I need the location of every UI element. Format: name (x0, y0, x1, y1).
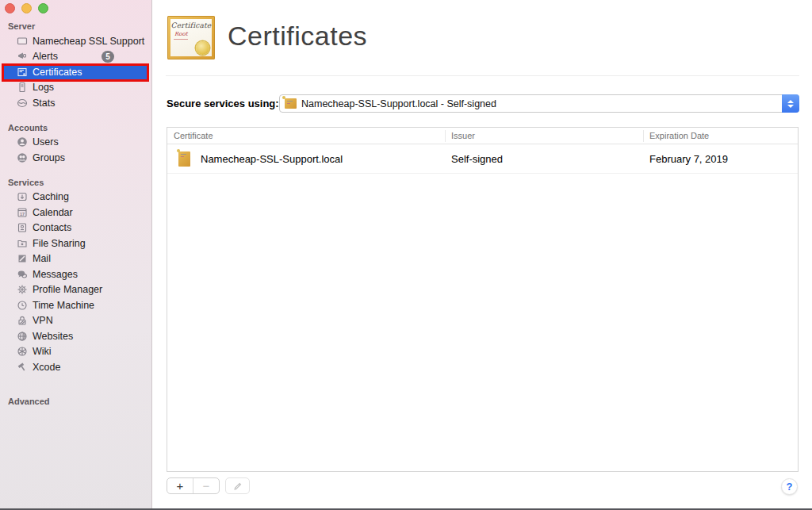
folder-icon (16, 238, 28, 249)
add-remove-segmented-control: + − (167, 477, 220, 494)
sidebar-item-label: Certificates (33, 67, 82, 78)
sidebar-item-vpn[interactable]: VPN (0, 313, 151, 329)
help-button[interactable]: ? (781, 478, 798, 495)
column-header-certificate[interactable]: Certificate (167, 131, 445, 140)
sidebar: Server Namecheap SSL Support Alerts 5 Ce… (0, 0, 152, 510)
zoom-button[interactable] (38, 3, 48, 13)
clock-icon (16, 300, 28, 311)
certificate-icon: Certificate Root (167, 16, 215, 59)
sidebar-item-caching[interactable]: Caching (0, 190, 151, 205)
sidebar-item-label: Caching (33, 191, 69, 202)
hammer-icon (16, 362, 28, 373)
column-header-expiration[interactable]: Expiration Date (643, 131, 798, 140)
cell-expiration-date: February 7, 2019 (643, 153, 798, 165)
contact-card-icon (16, 222, 28, 233)
lock-icon (16, 315, 28, 326)
sidebar-item-certificates[interactable]: Certificates (4, 66, 147, 79)
column-header-issuer[interactable]: Issuer (445, 131, 643, 140)
sidebar-item-profile-manager[interactable]: Profile Manager (0, 282, 151, 298)
sidebar-item-label: Messages (33, 269, 78, 280)
minimize-button[interactable] (21, 3, 32, 13)
main-content: Certificate Root Certificates Secure ser… (152, 0, 812, 510)
header-divider (166, 75, 799, 76)
megaphone-icon (16, 51, 28, 62)
certificate-icon-root-word: Root (174, 31, 212, 37)
server-app-window: Server Namecheap SSL Support Alerts 5 Ce… (0, 0, 812, 510)
chat-bubbles-icon (16, 269, 28, 280)
sidebar-item-label: Stats (33, 98, 56, 109)
cell-issuer: Self-signed (445, 153, 643, 165)
sidebar-item-stats[interactable]: Stats (0, 95, 151, 111)
sidebar-item-calendar[interactable]: 17 Calendar (0, 205, 151, 220)
sidebar-item-file-sharing[interactable]: File Sharing (0, 236, 151, 251)
sidebar-item-contacts[interactable]: Contacts (0, 220, 151, 236)
certificate-icon-word: Certificate (170, 21, 212, 29)
sidebar-item-label: Alerts (33, 51, 58, 62)
sidebar-item-label: Websites (33, 331, 73, 342)
sidebar-section-services: Services (0, 175, 151, 190)
sidebar-item-label: Groups (33, 152, 65, 163)
group-icon (16, 152, 28, 163)
sidebar-item-label: Namecheap SSL Support (33, 36, 144, 47)
sidebar-item-label: Profile Manager (33, 284, 102, 295)
cell-certificate-name: Namecheap-SSL-Support.local (201, 153, 343, 165)
page-title: Certificates (228, 21, 367, 52)
sidebar-section-advanced: Advanced (0, 394, 151, 408)
sidebar-item-groups[interactable]: Groups (0, 150, 151, 166)
window-controls (5, 3, 48, 13)
calendar-icon: 17 (16, 207, 28, 218)
sidebar-item-label: Mail (33, 253, 51, 264)
stamp-icon (16, 253, 28, 264)
sidebar-item-messages[interactable]: Messages (0, 267, 151, 282)
download-icon (16, 191, 28, 202)
logs-icon (16, 82, 28, 93)
sidebar-item-alerts[interactable]: Alerts 5 (0, 49, 151, 65)
popup-selected-value: Namecheap-SSL-Support.local - Self-signe… (301, 98, 496, 109)
sidebar-item-label: Users (33, 136, 59, 148)
remove-button[interactable]: − (193, 478, 219, 493)
sidebar-item-label: File Sharing (33, 238, 86, 249)
sidebar-item-users[interactable]: Users (0, 135, 151, 151)
sidebar-item-label: Calendar (33, 207, 73, 218)
globe-icon (16, 331, 28, 342)
sidebar-item-label: Time Machine (33, 300, 94, 311)
sidebar-item-logs[interactable]: Logs (0, 80, 151, 96)
sidebar-item-namecheap-ssl-support[interactable]: Namecheap SSL Support (0, 33, 151, 49)
certificate-doc-icon (16, 67, 28, 78)
pinwheel-icon (16, 346, 28, 357)
add-button[interactable]: + (167, 478, 193, 493)
stats-icon (16, 98, 28, 109)
svg-text:17: 17 (19, 211, 24, 216)
close-button[interactable] (5, 3, 15, 13)
user-icon (16, 136, 28, 148)
sidebar-item-time-machine[interactable]: Time Machine (0, 297, 151, 313)
sidebar-item-label: Contacts (33, 222, 71, 233)
pencil-icon (233, 481, 243, 491)
edit-button[interactable] (225, 477, 250, 494)
gear-icon (16, 284, 28, 295)
alerts-count-badge: 5 (102, 51, 114, 63)
sidebar-section-accounts: Accounts (0, 121, 151, 135)
sidebar-item-wiki[interactable]: Wiki (0, 344, 151, 360)
sidebar-item-websites[interactable]: Websites (0, 328, 151, 344)
secure-services-popup[interactable]: Namecheap-SSL-Support.local - Self-signe… (279, 94, 799, 113)
certificate-mini-icon (285, 98, 297, 109)
popup-stepper-icon (782, 94, 799, 113)
sidebar-item-mail[interactable]: Mail (0, 251, 151, 267)
certificates-table: Certificate Issuer Expiration Date Namec… (167, 127, 799, 472)
display-icon (16, 36, 28, 47)
sidebar-section-server: Server (0, 19, 151, 33)
table-header-row: Certificate Issuer Expiration Date (167, 128, 798, 144)
sidebar-item-xcode[interactable]: Xcode (0, 359, 151, 375)
gold-seal-icon (196, 41, 209, 55)
table-row[interactable]: Namecheap-SSL-Support.local Self-signed … (167, 144, 798, 174)
certificate-row-icon (178, 151, 190, 167)
sidebar-item-label: Wiki (33, 346, 52, 357)
secure-services-label: Secure services using: (167, 98, 279, 109)
sidebar-item-label: Xcode (33, 362, 60, 373)
sidebar-item-label: Logs (33, 82, 54, 93)
sidebar-item-label: VPN (33, 315, 53, 326)
